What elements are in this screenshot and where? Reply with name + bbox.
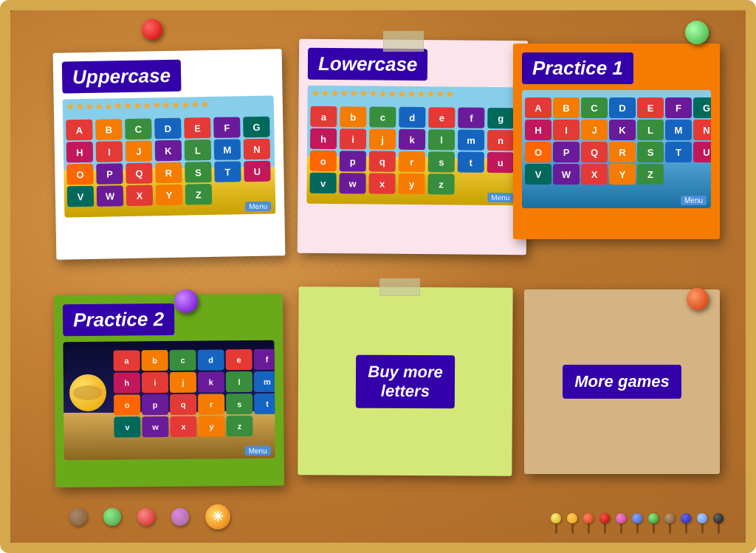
lowercase-preview: ★★★★★★★★★★★★★★★ a b c d e f g h i j k l …: [306, 86, 518, 205]
practice1-title: Practice 1: [522, 52, 633, 84]
uppercase-grid: A B C D E F G H I J K L M N O P Q: [63, 114, 275, 210]
pin-purple: [171, 508, 189, 526]
buy-more-label[interactable]: Buy moreletters: [356, 354, 455, 408]
more-games-content: More games: [533, 298, 711, 465]
practice1-menu[interactable]: Menu: [681, 196, 707, 205]
tack-gold: [567, 513, 577, 534]
tack-green: [648, 513, 659, 534]
tack-brown: [664, 513, 675, 534]
right-tacks-row: [551, 513, 724, 534]
pushpin-red-mid: [687, 288, 709, 310]
tack-light-blue: [697, 513, 707, 534]
pin-red: [137, 508, 155, 526]
uppercase-note[interactable]: Uppercase ★★★★★★★★★★★★★★★ A B C D E F G …: [53, 49, 286, 259]
uppercase-preview: ★★★★★★★★★★★★★★★ A B C D E F G H I J K L …: [63, 96, 276, 218]
spiral-icon: ☀: [205, 504, 230, 529]
tape-lime: [379, 278, 420, 296]
practice2-note[interactable]: Practice 2 a b c d e f g h i: [54, 294, 284, 488]
practice2-grid: a b c d e f g h i j k l m n o: [110, 346, 275, 440]
practice1-note[interactable]: Practice 1 A B C D E F G H I J K L M N: [513, 44, 720, 239]
practice1-grid: A B C D E F G H I J K L M N O P Q: [522, 95, 711, 188]
lowercase-title: Lowercase: [308, 48, 428, 80]
tack-yellow: [551, 513, 561, 534]
tack-red-bright: [599, 513, 610, 534]
uppercase-title: Uppercase: [62, 60, 182, 94]
bottom-pins-row: ☀: [69, 504, 230, 529]
tack-navy: [681, 513, 691, 534]
practice2-preview: a b c d e f g h i j k l m n o: [63, 340, 275, 460]
more-games-note[interactable]: More games: [524, 289, 720, 474]
cork-surface: Uppercase ★★★★★★★★★★★★★★★ A B C D E F G …: [10, 10, 746, 543]
pushpin-green-top: [685, 21, 709, 44]
stars-row-lc: ★★★★★★★★★★★★★★★: [308, 86, 519, 102]
corkboard: Uppercase ★★★★★★★★★★★★★★★ A B C D E F G …: [0, 0, 756, 553]
tack-red-dark: [583, 513, 594, 534]
practice1-preview: A B C D E F G H I J K L M N O P Q: [522, 90, 711, 208]
uppercase-menu[interactable]: Menu: [245, 202, 271, 212]
buy-more-note[interactable]: Buy moreletters: [298, 286, 512, 476]
lowercase-note[interactable]: Lowercase ★★★★★★★★★★★★★★★ a b c d e f g …: [298, 39, 529, 255]
lowercase-grid: a b c d e f g h i j k l m n o p q: [306, 103, 518, 198]
pin-brown: [69, 508, 87, 526]
practice2-title: Practice 2: [63, 303, 174, 336]
lowercase-menu[interactable]: Menu: [487, 193, 513, 202]
pin-green: [103, 508, 121, 526]
buy-more-content: Buy moreletters: [306, 295, 504, 467]
tack-blue: [632, 513, 642, 534]
stars-row: ★★★★★★★★★★★★★★★: [63, 96, 274, 114]
tape-pink: [383, 31, 424, 52]
practice2-menu[interactable]: Menu: [245, 446, 271, 456]
more-games-label[interactable]: More games: [563, 365, 681, 399]
tack-black: [713, 513, 724, 534]
pushpin-red-top: [142, 19, 162, 40]
pushpin-purple-mid: [174, 289, 198, 313]
tack-pink: [616, 513, 626, 534]
